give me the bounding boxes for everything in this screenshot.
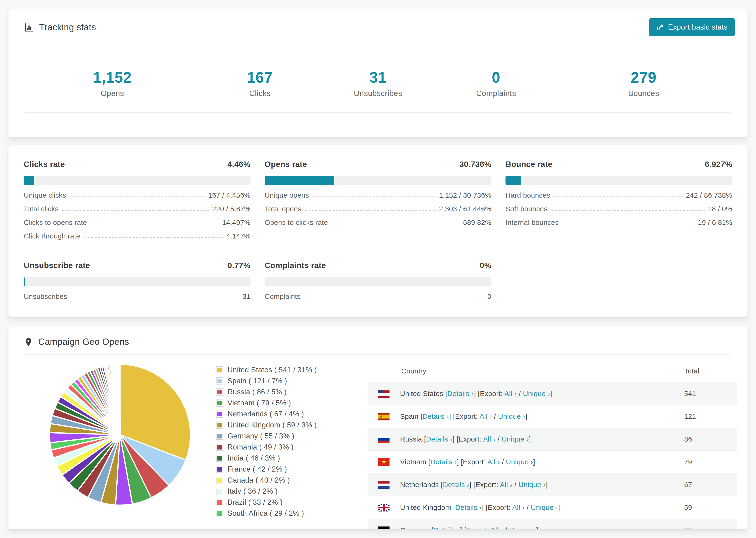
export-all-link[interactable]: All ›	[504, 390, 517, 398]
export-basic-stats-button[interactable]: Export basic stats	[649, 18, 735, 36]
legend-label: Spain ( 121 / 7% )	[228, 377, 287, 385]
country-cell: Spain [Details ›] [Export: All › / Uniqu…	[400, 412, 684, 420]
legend-label: Vietnam ( 79 / 5% )	[228, 399, 291, 407]
legend-label: India ( 46 / 3% )	[228, 454, 280, 462]
legend-item[interactable]: Italy ( 36 / 2% )	[216, 487, 368, 496]
rate-detail-label: Total clicks	[24, 205, 59, 212]
stat-label: Opens	[24, 89, 201, 98]
bracket-close: ]	[529, 435, 531, 443]
legend-swatch	[216, 488, 223, 495]
legend-item[interactable]: United Kingdom ( 59 / 3% )	[216, 421, 368, 429]
country-name: Russia	[400, 435, 424, 443]
details-link[interactable]: Details ›	[443, 481, 469, 488]
legend-swatch	[216, 499, 223, 506]
progress-track	[265, 277, 491, 286]
export-unique-link[interactable]: Unique ›	[502, 435, 529, 443]
rate-title: Bounce rate	[506, 160, 553, 169]
bracket-close: ]	[558, 504, 560, 511]
country-name: Vietnam	[400, 458, 428, 466]
export-all-link[interactable]: All ›	[491, 526, 503, 529]
export-unique-link[interactable]: Unique ›	[506, 458, 533, 466]
rate-detail-row: Soft bounces18 / 0%	[506, 205, 732, 212]
rate-detail-label: Complaints	[265, 293, 300, 300]
legend-swatch	[216, 455, 223, 462]
bracket-open: [	[428, 458, 430, 466]
stat-value: 279	[555, 69, 732, 86]
vn-flag-icon	[378, 458, 390, 466]
details-link[interactable]: Details ›	[447, 390, 474, 398]
details-link[interactable]: Details ›	[423, 412, 449, 420]
export-unique-link[interactable]: Unique ›	[498, 412, 525, 420]
legend-item[interactable]: Canada ( 40 / 2% )	[216, 476, 368, 484]
legend-label: Italy ( 36 / 2% )	[228, 487, 278, 496]
legend-item[interactable]: Brazil ( 33 / 2% )	[216, 498, 368, 507]
geo-pie-chart[interactable]	[47, 362, 193, 509]
rate-column-complaints-rate: Complaints rate0%Complaints0	[265, 261, 491, 300]
export-label: ] [Export:	[449, 412, 479, 420]
table-row-ru: Russia [Details ›] [Export: All › / Uniq…	[368, 428, 737, 451]
export-unique-link[interactable]: Unique ›	[531, 504, 558, 511]
legend-item[interactable]: Vietnam ( 79 / 5% )	[216, 399, 368, 407]
legend-item[interactable]: India ( 46 / 3% )	[216, 454, 368, 462]
progress-fill	[24, 176, 34, 185]
legend-item[interactable]: Germany ( 55 / 3% )	[216, 432, 368, 440]
export-label: ] [Export:	[453, 435, 483, 443]
slash-separator: /	[512, 481, 518, 488]
legend-swatch	[216, 510, 223, 517]
details-link[interactable]: Details ›	[434, 526, 460, 529]
legend-swatch	[216, 477, 223, 484]
legend-label: Russia ( 86 / 5% )	[228, 388, 287, 396]
country-name: Germany	[400, 526, 432, 529]
export-all-link[interactable]: All ›	[512, 504, 525, 511]
bracket-open: [	[432, 526, 434, 529]
rate-title: Clicks rate	[24, 160, 65, 169]
rate-detail-value: 1,152 / 30.736%	[439, 192, 491, 199]
details-link[interactable]: Details ›	[426, 435, 453, 443]
export-unique-link[interactable]: Unique ›	[523, 390, 550, 398]
legend-item[interactable]: France ( 42 / 2% )	[216, 465, 368, 473]
progress-fill	[265, 176, 334, 185]
rate-detail-label: Hard bounces	[506, 192, 550, 199]
country-name: United States	[400, 390, 445, 398]
export-all-link[interactable]: All ›	[483, 435, 496, 443]
country-name: Spain	[400, 412, 420, 420]
rate-title: Complaints rate	[265, 261, 326, 270]
geo-legend: United States ( 541 / 31% )Spain ( 121 /…	[216, 359, 368, 520]
rate-detail-rows: Complaints0	[265, 293, 491, 300]
legend-swatch	[216, 377, 223, 385]
rate-value: 6.927%	[705, 160, 732, 169]
details-link[interactable]: Details ›	[430, 458, 457, 466]
country-cell: Germany [Details ›] [Export: All › / Uni…	[400, 526, 684, 529]
legend-label: Germany ( 55 / 3% )	[228, 432, 295, 440]
total-cell: 86	[684, 435, 737, 443]
export-label: ] [Export:	[474, 390, 504, 398]
legend-item[interactable]: United States ( 541 / 31% )	[216, 366, 368, 374]
legend-item[interactable]: South Africa ( 29 / 2% )	[216, 509, 368, 517]
dotted-leader	[305, 210, 436, 211]
legend-label: Netherlands ( 67 / 4% )	[228, 410, 304, 418]
de-flag-icon	[378, 526, 390, 529]
legend-item[interactable]: Romania ( 49 / 3% )	[216, 443, 368, 452]
rate-detail-row: Unique opens1,152 / 30.736%	[265, 192, 491, 199]
export-all-link[interactable]: All ›	[479, 412, 492, 420]
country-cell: Netherlands [Details ›] [Export: All › /…	[400, 481, 684, 489]
export-all-link[interactable]: All ›	[487, 458, 500, 466]
pie-slice-other-39[interactable]	[120, 364, 120, 435]
details-link[interactable]: Details ›	[455, 504, 482, 511]
stat-value: 167	[201, 69, 319, 86]
legend-item[interactable]: Netherlands ( 67 / 4% )	[216, 410, 368, 418]
total-cell: 55	[684, 526, 737, 529]
legend-item[interactable]: Russia ( 86 / 5% )	[216, 388, 368, 396]
tracking-stats-title: Tracking stats	[39, 22, 96, 32]
progress-track	[24, 176, 250, 185]
legend-label: Canada ( 40 / 2% )	[228, 476, 290, 484]
export-all-link[interactable]: All ›	[500, 481, 512, 488]
country-cell: Vietnam [Details ›] [Export: All › / Uni…	[400, 458, 684, 466]
export-unique-link[interactable]: Unique ›	[518, 481, 546, 488]
export-unique-link[interactable]: Unique ›	[509, 526, 536, 529]
rate-detail-row: Clicks to opens rate14.497%	[24, 219, 250, 226]
legend-item[interactable]: Spain ( 121 / 7% )	[216, 377, 368, 385]
stat-value: 1,152	[24, 69, 201, 86]
export-icon	[656, 23, 664, 31]
legend-swatch	[216, 400, 223, 406]
